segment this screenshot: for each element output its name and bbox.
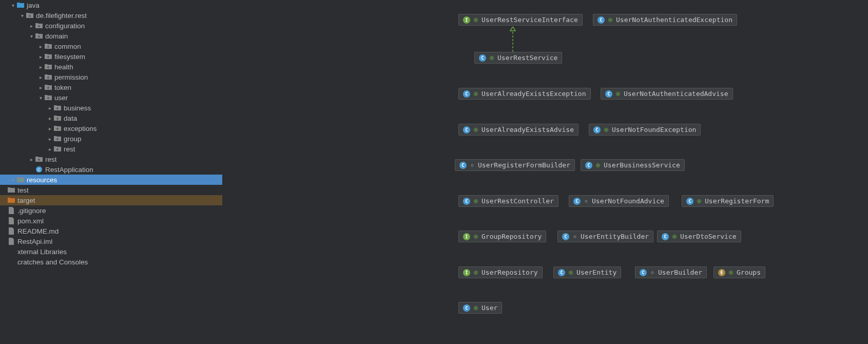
svg-text:C: C: [37, 167, 41, 172]
expand-arrow-icon[interactable]: [46, 126, 53, 131]
svg-point-13: [56, 148, 59, 150]
public-visibility-icon: [473, 127, 478, 132]
expand-arrow-icon[interactable]: [28, 33, 35, 39]
class-box-UserRestService[interactable]: CUserRestService: [474, 52, 562, 64]
tree-item-data[interactable]: data: [0, 113, 222, 123]
type-badge-icon: C: [605, 90, 612, 98]
tree-item-README-md[interactable]: README.md: [0, 226, 222, 236]
tree-item-domain[interactable]: domain: [0, 31, 222, 41]
expand-arrow-icon[interactable]: [46, 136, 53, 142]
public-visibility-icon: [595, 163, 601, 168]
tree-item-cratches-and-Consoles[interactable]: cratches and Consoles: [0, 257, 222, 267]
svg-point-45: [475, 272, 477, 273]
svg-point-44: [673, 235, 677, 238]
type-badge-icon: C: [463, 304, 470, 312]
class-box-UserBuilder[interactable]: CUserBuilder: [635, 266, 707, 278]
expand-arrow-icon[interactable]: [18, 13, 26, 18]
tree-item--gitignore[interactable]: .gitignore: [0, 205, 222, 216]
class-box-Groups[interactable]: EGroups: [713, 266, 765, 278]
implements-arrow-icon: [508, 27, 518, 52]
class-box-UserBusinessService[interactable]: CUserBusinessService: [581, 159, 685, 171]
expand-arrow-icon[interactable]: [37, 95, 44, 101]
tree-item-xternal-Libraries[interactable]: xternal Libraries: [0, 246, 222, 257]
svg-point-28: [475, 129, 477, 130]
class-box-UserRestController[interactable]: CUserRestController: [458, 195, 558, 207]
expand-arrow-icon[interactable]: [46, 146, 53, 152]
expand-arrow-icon[interactable]: [46, 105, 53, 111]
tree-label: target: [17, 197, 35, 204]
class-box-UserRepository[interactable]: IUserRepository: [458, 266, 543, 278]
type-badge-icon: C: [686, 198, 693, 205]
expand-arrow-icon[interactable]: [37, 44, 44, 49]
svg-point-27: [616, 92, 620, 95]
tree-item-RestApi-iml[interactable]: RestApi.iml: [0, 236, 222, 246]
tree-item-target[interactable]: target: [0, 195, 222, 205]
tree-item-user[interactable]: user: [0, 92, 222, 103]
class-name-label: GroupRepository: [481, 233, 542, 240]
tree-item-RestApplication[interactable]: CRestApplication: [0, 164, 222, 175]
package-visibility-icon: [584, 199, 589, 204]
public-visibility-icon: [489, 55, 494, 61]
tree-item-token[interactable]: token: [0, 82, 222, 92]
tree-item-group[interactable]: group: [0, 133, 222, 144]
svg-point-3: [47, 46, 49, 48]
class-box-UserEntity[interactable]: CUserEntity: [553, 266, 621, 278]
class-box-GroupRepository[interactable]: IGroupRepository: [458, 231, 546, 242]
svg-point-38: [699, 200, 700, 202]
type-badge-icon: C: [479, 54, 486, 62]
class-box-UserRegisterFormBuilder[interactable]: CUserRegisterFormBuilder: [455, 159, 575, 171]
tree-item-de-filefighter-rest[interactable]: de.filefighter.rest: [0, 10, 222, 21]
tree-item-filesystem[interactable]: filesystem: [0, 51, 222, 62]
class-box-UserRegisterForm[interactable]: CUserRegisterForm: [682, 195, 774, 207]
class-box-UserAlreadyExistsAdvise[interactable]: CUserAlreadyExistsAdvise: [458, 124, 578, 136]
expand-arrow-icon[interactable]: [46, 116, 53, 121]
class-box-UserDtoService[interactable]: CUserDtoService: [657, 231, 741, 242]
project-tree-sidebar[interactable]: javade.filefighter.restconfigurationdoma…: [0, 0, 222, 344]
type-badge-icon: C: [562, 233, 569, 240]
expand-arrow-icon[interactable]: [9, 3, 16, 8]
svg-point-35: [475, 200, 477, 202]
tree-item-pom-xml[interactable]: pom.xml: [0, 216, 222, 226]
class-box-UserRestServiceInterface[interactable]: IUserRestServiceInterface: [458, 14, 583, 26]
tree-item-test[interactable]: test: [0, 185, 222, 195]
type-badge-icon: C: [573, 198, 581, 205]
tree-item-business[interactable]: business: [0, 103, 222, 113]
class-box-UserNotFoundException[interactable]: CUserNotFoundException: [589, 124, 701, 136]
svg-point-12: [56, 138, 59, 140]
class-box-User[interactable]: CUser: [458, 302, 502, 314]
class-diagram-canvas[interactable]: IUserRestServiceInterfaceCUserNotAuthent…: [222, 0, 868, 344]
class-name-label: UserRestService: [497, 54, 557, 62]
tree-item-java[interactable]: java: [0, 0, 222, 10]
tree-item-resources[interactable]: resources: [0, 175, 222, 185]
expand-arrow-icon[interactable]: [37, 85, 44, 90]
expand-arrow-icon[interactable]: [9, 177, 16, 183]
type-badge-icon: I: [463, 233, 470, 240]
tree-item-configuration[interactable]: configuration: [0, 21, 222, 31]
expand-arrow-icon[interactable]: [37, 64, 44, 70]
svg-point-29: [474, 128, 478, 131]
class-name-label: UserRegisterForm: [705, 197, 769, 205]
tree-item-common[interactable]: common: [0, 41, 222, 51]
expand-arrow-icon[interactable]: [37, 74, 44, 80]
tree-item-health[interactable]: health: [0, 62, 222, 72]
expand-arrow-icon[interactable]: [28, 157, 35, 162]
tree-label: data: [64, 114, 77, 122]
tree-item-permission[interactable]: permission: [0, 72, 222, 82]
class-box-UserEntityBuilder[interactable]: CUserEntityBuilder: [557, 231, 653, 242]
svg-point-9: [56, 107, 59, 109]
tree-item-rest[interactable]: rest: [0, 154, 222, 164]
class-box-UserNotAuthenticatedAdvise[interactable]: CUserNotAuthenticatedAdvise: [601, 88, 733, 100]
tree-label: xternal Libraries: [17, 248, 67, 256]
expand-arrow-icon[interactable]: [37, 54, 44, 60]
class-box-UserNotAuthenticatedException[interactable]: CUserNotAuthenticatedException: [593, 14, 737, 26]
class-box-UserAlreadyExistsException[interactable]: CUserAlreadyExistsException: [458, 88, 591, 100]
class-name-label: UserRegisterFormBuilder: [478, 161, 570, 169]
class-name-label: UserEntityBuilder: [581, 233, 649, 240]
class-box-UserNotFoundAdvice[interactable]: CUserNotFoundAdvice: [569, 195, 669, 207]
expand-arrow-icon[interactable]: [28, 23, 35, 29]
public-visibility-icon: [672, 234, 677, 239]
type-badge-icon: C: [593, 126, 601, 133]
tree-item-rest[interactable]: rest: [0, 144, 222, 154]
svg-point-22: [491, 57, 493, 59]
tree-item-exceptions[interactable]: exceptions: [0, 123, 222, 133]
